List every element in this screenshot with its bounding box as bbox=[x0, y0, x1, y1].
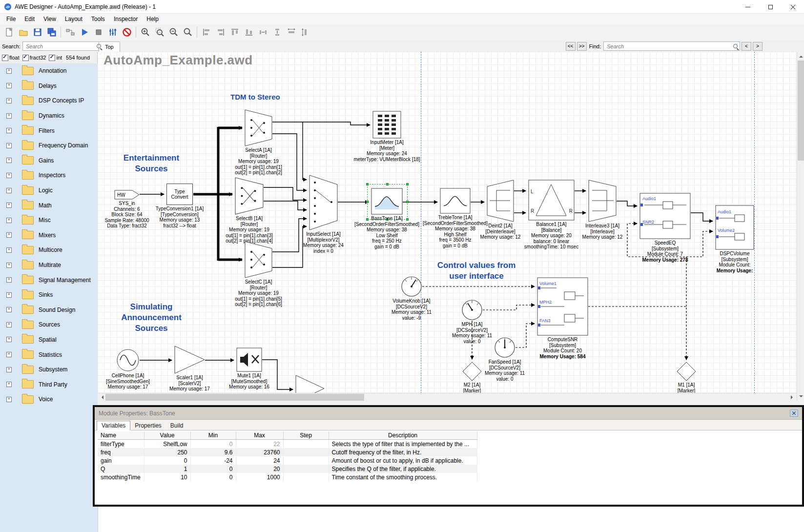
sidebar-item[interactable]: Delays bbox=[0, 79, 98, 94]
stop-button[interactable] bbox=[91, 25, 105, 39]
selection-handle[interactable] bbox=[386, 183, 389, 185]
table-cell[interactable]: 10 bbox=[144, 473, 190, 481]
column-header[interactable]: Description bbox=[329, 431, 477, 440]
expand-icon[interactable] bbox=[6, 247, 12, 253]
sidebar-item[interactable]: Sound Design bbox=[0, 303, 98, 318]
distribute-horizontal-button[interactable] bbox=[256, 25, 270, 39]
menu-view[interactable]: View bbox=[39, 15, 61, 23]
table-row[interactable]: filterType ShelfLow 0 22 Selects the typ… bbox=[98, 440, 477, 449]
table-row[interactable]: Q 1 0 20 Specifies the Q of the filter, … bbox=[98, 465, 477, 473]
int-checkbox[interactable] bbox=[49, 55, 55, 61]
sidebar-item[interactable]: Third Party bbox=[0, 377, 98, 392]
tab-build[interactable]: Build bbox=[166, 421, 188, 430]
zoom-button[interactable] bbox=[181, 25, 195, 39]
minimize-button[interactable] bbox=[737, 0, 759, 14]
expand-icon[interactable] bbox=[6, 367, 12, 372]
menu-layout[interactable]: Layout bbox=[61, 15, 87, 23]
expand-icon[interactable] bbox=[6, 128, 12, 133]
zoom-out-button[interactable] bbox=[166, 25, 181, 39]
block-selectb[interactable]: SelectB [1A][Router]Memory usage: 19out[… bbox=[235, 177, 264, 215]
halt-button[interactable] bbox=[120, 25, 134, 39]
expand-icon[interactable] bbox=[6, 113, 12, 119]
block-fanspeed[interactable]: FanSpeed [1A][DCSourceV2]Memory usage: 1… bbox=[494, 337, 515, 358]
open-button[interactable] bbox=[16, 25, 30, 39]
expand-icon[interactable] bbox=[6, 292, 12, 298]
table-row[interactable]: freq 250 9.6 23760 Cutoff frequency of t… bbox=[98, 448, 477, 456]
block-typeconversion1[interactable]: TypeConvert TypeConversion1 [1A][TypeCon… bbox=[166, 184, 193, 205]
table-cell[interactable]: 250 bbox=[144, 448, 190, 456]
float-checkbox[interactable] bbox=[2, 55, 8, 61]
find-prev-button[interactable]: << bbox=[566, 42, 576, 51]
sidebar-item[interactable]: Filters bbox=[0, 123, 98, 138]
expand-icon[interactable] bbox=[6, 352, 12, 357]
find-input[interactable] bbox=[606, 43, 733, 50]
block-scaler1[interactable]: Scaler1 [1A][ScalerV2]Memory usage: 17 bbox=[174, 346, 205, 374]
block-selecta[interactable]: SelectA [1A][Router]Memory usage: 19out[… bbox=[245, 109, 272, 146]
block-balance1[interactable]: L R R Balance1 [1A][Balance]Memory usage… bbox=[528, 180, 575, 221]
block-trebletone[interactable]: TrebleTone [1A][SecondOrderFilterSmoothe… bbox=[440, 188, 471, 214]
properties-titlebar[interactable]: Module Properties: BassTone bbox=[95, 407, 802, 420]
column-header[interactable]: Step bbox=[283, 431, 329, 440]
sidebar-item[interactable]: Math bbox=[0, 198, 98, 213]
block-inputselect[interactable]: InputSelect [1A][MultiplexorV2]Memory us… bbox=[309, 175, 338, 230]
block-m1[interactable]: M1 [1A][Marker] bbox=[677, 362, 696, 381]
selection-handle[interactable] bbox=[366, 183, 369, 185]
find-back-button[interactable]: < bbox=[742, 42, 751, 51]
expand-icon[interactable] bbox=[6, 307, 12, 312]
sidebar-item[interactable]: Dynamics bbox=[0, 108, 98, 123]
column-header[interactable]: Name bbox=[98, 431, 144, 440]
design-canvas[interactable]: AutoAmp_Example.awd bbox=[98, 52, 797, 401]
selection-handle[interactable] bbox=[366, 201, 369, 203]
sidebar-item[interactable]: Frequency Domain bbox=[0, 138, 98, 153]
expand-icon[interactable] bbox=[6, 203, 12, 208]
block-inputmeter[interactable]: InputMeter [1A][Meter]Memory usage: 24me… bbox=[372, 111, 401, 139]
tab-properties[interactable]: Properties bbox=[130, 421, 166, 430]
match-width-button[interactable] bbox=[284, 25, 298, 39]
save-all-button[interactable] bbox=[44, 25, 59, 39]
block-dspcvolume[interactable]: Audio1 Volume2 DSPCVolume[Subsystem]Modu… bbox=[715, 205, 754, 250]
expand-icon[interactable] bbox=[6, 188, 12, 193]
sidebar-item[interactable]: Multirate bbox=[0, 258, 98, 273]
sidebar-item[interactable]: Sinks bbox=[0, 287, 98, 303]
block-mph[interactable]: MPH [1A][DCSourceV2]Memory usage: 11valu… bbox=[461, 299, 483, 321]
block-m2[interactable]: M2 [1A][Marker] bbox=[462, 362, 482, 381]
expand-icon[interactable] bbox=[6, 83, 12, 88]
zoom-region-button[interactable] bbox=[152, 25, 166, 39]
expand-icon[interactable] bbox=[6, 382, 12, 387]
expand-icon[interactable] bbox=[6, 397, 12, 402]
menu-inspector[interactable]: Inspector bbox=[109, 15, 142, 23]
table-cell[interactable]: ShelfLow bbox=[144, 440, 190, 449]
expand-icon[interactable] bbox=[6, 263, 12, 268]
run-button[interactable] bbox=[77, 25, 91, 39]
sidebar-item[interactable]: Sources bbox=[0, 317, 98, 332]
block-speedeq[interactable]: Audio1 SNR2 SpeedEQ[Subsystem]Module Cou… bbox=[639, 193, 691, 239]
expand-icon[interactable] bbox=[6, 322, 12, 327]
align-left-button[interactable] bbox=[199, 25, 213, 39]
column-header[interactable]: Value bbox=[144, 431, 190, 440]
tuning-button[interactable] bbox=[105, 25, 120, 39]
sidebar-item[interactable]: Inspectors bbox=[0, 168, 98, 183]
block-deint2[interactable]: Deint2 [1A][Deinterleave]Memory usage: 1… bbox=[487, 180, 514, 222]
scroll-right-icon[interactable] bbox=[789, 393, 797, 401]
distribute-vertical-button[interactable] bbox=[270, 25, 284, 39]
fract32-checkbox[interactable] bbox=[22, 55, 29, 61]
table-row[interactable]: gain 0 -24 24 Amount of boost or cut to … bbox=[98, 456, 477, 465]
canvas-vscrollbar[interactable] bbox=[797, 52, 804, 401]
expand-icon[interactable] bbox=[6, 173, 12, 178]
sidebar-item[interactable]: Misc bbox=[0, 213, 98, 228]
vscroll-thumb[interactable] bbox=[798, 61, 804, 161]
selection-handle[interactable] bbox=[406, 201, 409, 203]
column-header[interactable]: Min bbox=[190, 431, 236, 440]
scroll-up-icon[interactable] bbox=[797, 52, 804, 60]
find-next-button[interactable]: >> bbox=[577, 42, 587, 51]
canvas-hscrollbar[interactable] bbox=[98, 393, 797, 401]
expand-icon[interactable] bbox=[6, 158, 12, 163]
maximize-button[interactable] bbox=[759, 0, 782, 14]
expand-icon[interactable] bbox=[6, 232, 12, 238]
match-height-button[interactable] bbox=[298, 25, 312, 39]
scroll-down-icon[interactable] bbox=[797, 393, 804, 401]
sidebar-item[interactable]: Statistics bbox=[0, 347, 98, 362]
find-forward-button[interactable]: > bbox=[753, 42, 763, 51]
sidebar-item[interactable]: Voice bbox=[0, 392, 98, 407]
expand-icon[interactable] bbox=[6, 337, 12, 342]
